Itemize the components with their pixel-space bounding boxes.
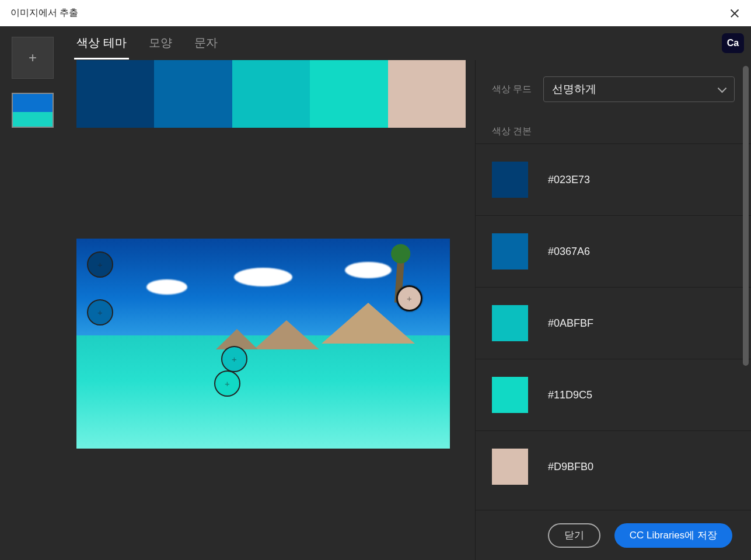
swatch-hex: #11D9C5 xyxy=(548,389,592,401)
adobe-capture-badge[interactable]: Ca xyxy=(722,33,744,53)
image-thumbnail[interactable] xyxy=(12,93,54,128)
color-picker-handle[interactable]: + xyxy=(221,346,247,372)
color-mood-value: 선명하게 xyxy=(552,82,596,97)
canvas-area: + + + + + xyxy=(67,60,475,560)
titlebar: 이미지에서 추출 xyxy=(0,0,751,26)
save-to-libraries-button[interactable]: CC Libraries에 저장 xyxy=(614,523,732,548)
plus-icon: + xyxy=(232,354,237,364)
color-mood-row: 색상 무드 선명하게 xyxy=(476,60,751,115)
swatch-color xyxy=(492,233,528,270)
plus-icon: + xyxy=(225,379,230,388)
swatch-row[interactable]: #0367A6 xyxy=(476,215,751,287)
panel-footer: 닫기 CC Libraries에 저장 xyxy=(476,510,751,560)
swatch-hex: #0ABFBF xyxy=(548,317,593,330)
plus-icon: + xyxy=(407,293,412,303)
tab-color-theme[interactable]: 색상 테마 xyxy=(74,27,129,60)
add-image-button[interactable]: + xyxy=(12,37,54,79)
plus-icon: + xyxy=(29,50,37,66)
chevron-down-icon xyxy=(718,85,726,93)
swatch-color xyxy=(492,449,528,485)
palette-swatch[interactable] xyxy=(232,60,310,128)
color-mood-label: 색상 무드 xyxy=(492,83,532,96)
swatch-hex: #D9BFB0 xyxy=(548,461,593,473)
window-title: 이미지에서 추출 xyxy=(11,7,78,19)
plus-icon: + xyxy=(97,260,103,270)
palette-swatch[interactable] xyxy=(310,60,387,128)
image-preview[interactable]: + + + + + xyxy=(76,239,450,449)
swatch-section-label: 색상 견본 xyxy=(476,115,751,144)
palette-swatch[interactable] xyxy=(388,60,466,128)
close-icon[interactable] xyxy=(729,8,740,19)
tab-shape[interactable]: 모양 xyxy=(146,27,174,60)
scrollbar[interactable] xyxy=(743,66,749,366)
extracted-palette xyxy=(76,60,466,128)
palette-swatch[interactable] xyxy=(154,60,232,128)
swatch-color xyxy=(492,377,528,413)
swatch-row[interactable]: #D9BFB0 xyxy=(476,430,751,502)
swatch-row[interactable]: #11D9C5 xyxy=(476,359,751,430)
tab-text[interactable]: 문자 xyxy=(192,27,220,60)
app-body: + 색상 테마 모양 문자 Ca xyxy=(0,26,751,560)
color-mood-select[interactable]: 선명하게 xyxy=(543,76,735,102)
plus-icon: + xyxy=(97,307,103,317)
swatch-hex: #023E73 xyxy=(548,174,590,186)
swatch-hex: #0367A6 xyxy=(548,246,590,258)
workspace: + + + + + 색상 무드 선명하게 색상 견본 xyxy=(67,60,751,560)
color-picker-handle[interactable]: + xyxy=(396,285,422,312)
main-area: 색상 테마 모양 문자 Ca xyxy=(67,26,751,560)
color-picker-handle[interactable]: + xyxy=(214,370,240,397)
left-sidebar: + xyxy=(0,26,67,560)
swatch-list: #023E73 #0367A6 #0ABFBF #11D9C5 xyxy=(476,144,751,502)
close-button[interactable]: 닫기 xyxy=(548,523,600,548)
tabs-bar: 색상 테마 모양 문자 Ca xyxy=(67,26,751,60)
palette-swatch[interactable] xyxy=(76,60,154,128)
color-picker-handle[interactable]: + xyxy=(87,251,113,278)
preview-render xyxy=(76,239,450,449)
swatch-row[interactable]: #0ABFBF xyxy=(476,287,751,359)
swatch-color xyxy=(492,162,528,198)
side-panel: 색상 무드 선명하게 색상 견본 #023E73 #0367A6 xyxy=(475,60,751,560)
swatch-row[interactable]: #023E73 xyxy=(476,144,751,215)
color-picker-handle[interactable]: + xyxy=(87,299,113,326)
swatch-color xyxy=(492,305,528,341)
